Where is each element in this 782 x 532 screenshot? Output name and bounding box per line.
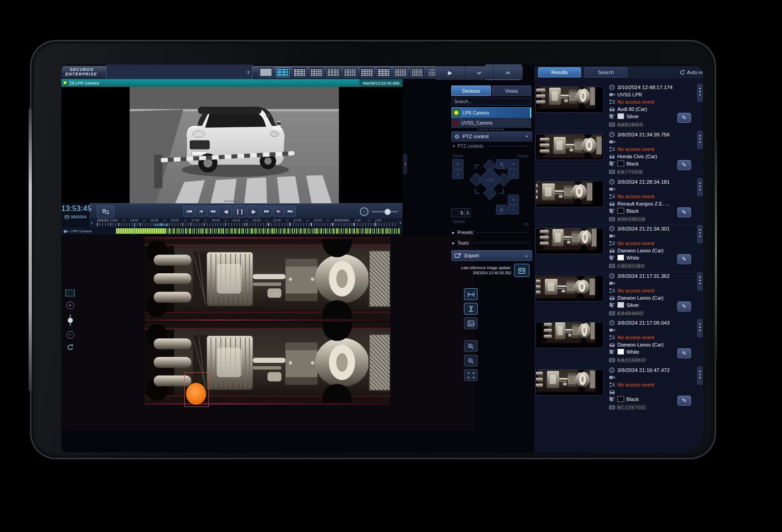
rewind-button[interactable]: ◀◀: [207, 206, 218, 216]
event-card[interactable]: 3/9/2024 21:28:34.181 No access event Re…: [535, 178, 703, 225]
play-backward-button[interactable]: ◀: [219, 206, 232, 217]
edit-plate-button[interactable]: ✎: [677, 348, 691, 358]
results-list[interactable]: 3/10/2024 12:48:17.174 UVSS LPR No acces…: [535, 78, 703, 452]
timeline-scroll-right[interactable]: ›: [399, 219, 401, 226]
ptz-up-left-button[interactable]: [475, 165, 479, 169]
layout-single-button[interactable]: [259, 67, 273, 77]
kebab-menu-icon[interactable]: [697, 225, 703, 243]
device-item-lpr-camera[interactable]: LPR Camera: [451, 107, 531, 118]
undercarriage-thumbnail[interactable]: [535, 86, 604, 113]
event-card[interactable]: 3/9/2024 21:21:34.301 No access event Da…: [535, 225, 703, 271]
speed-stepper[interactable]: [464, 209, 470, 217]
iris-auto-button[interactable]: A: [496, 205, 507, 215]
ptz-zoom-in-button[interactable]: +: [452, 159, 464, 169]
device-search-input[interactable]: [451, 98, 531, 105]
timeline-ruler[interactable]: [97, 223, 395, 226]
edit-plate-button[interactable]: ✎: [677, 254, 691, 264]
tab-devices[interactable]: Devices: [451, 85, 491, 96]
tours-section[interactable]: ▶ Tours:: [452, 241, 530, 246]
zoom-slider-knob[interactable]: [384, 209, 391, 215]
event-card[interactable]: 3/9/2024 21:16:47.472 No access event Bl…: [535, 366, 703, 413]
layout-4x3-button[interactable]: [309, 67, 323, 77]
kebab-menu-icon[interactable]: [697, 131, 703, 149]
prev-frame-button[interactable]: |◀: [195, 206, 206, 216]
reference-image-button[interactable]: [464, 317, 478, 329]
expand-button[interactable]: ∧: [494, 66, 522, 79]
pause-button[interactable]: ❙❙: [233, 206, 246, 217]
event-card[interactable]: 3/9/2024 21:34:39.756 No access event Ho…: [535, 130, 703, 177]
edit-plate-button[interactable]: ✎: [677, 207, 691, 217]
layout-2x2-button[interactable]: [276, 67, 290, 77]
zoom-level-slider[interactable]: [70, 314, 71, 326]
play-button[interactable]: ▶: [247, 206, 260, 217]
ptz-controls-subheader[interactable]: ▼ PTZ controls: [452, 144, 530, 149]
layout-3x4-button[interactable]: [326, 67, 340, 77]
focus-in-button[interactable]: +: [508, 159, 519, 169]
recording-activity-bars[interactable]: [116, 228, 400, 234]
ptz-down-right-button[interactable]: [499, 189, 504, 194]
focus-out-button[interactable]: −: [508, 169, 519, 179]
layout-3x3-button[interactable]: [293, 67, 307, 77]
kebab-menu-icon[interactable]: [697, 178, 703, 196]
difference-marker[interactable]: [184, 372, 209, 407]
tab-views[interactable]: Views: [492, 85, 531, 96]
ptz-speed-input[interactable]: 5: [451, 208, 470, 217]
edit-plate-button[interactable]: ✎: [677, 396, 691, 406]
undercarriage-thumbnail[interactable]: [535, 228, 604, 254]
next-frame-button[interactable]: ▶|: [273, 206, 284, 216]
zoom-in-button[interactable]: +: [66, 301, 74, 309]
ptz-stop-button[interactable]: STOP: [478, 167, 502, 192]
event-card[interactable]: 3/10/2024 12:48:17.174 UVSS LPR No acces…: [535, 84, 703, 130]
layout-mixed-button[interactable]: [394, 67, 408, 77]
undercarriage-thumbnail[interactable]: [535, 181, 604, 207]
fit-width-button[interactable]: [464, 288, 478, 300]
edit-plate-button[interactable]: ✎: [677, 160, 691, 170]
undercarriage-scan-reference[interactable]: [145, 322, 390, 402]
ptz-control-header[interactable]: PTZ control ▼: [451, 131, 532, 141]
auto-refresh-toggle[interactable]: Auto-refre: [680, 70, 703, 75]
magnify-out-button[interactable]: [464, 355, 478, 366]
ptz-zoom-out-button[interactable]: −: [452, 169, 464, 179]
region-select-icon[interactable]: [66, 290, 75, 296]
tab-search[interactable]: Search: [585, 67, 627, 77]
zoom-out-timeline-button[interactable]: −: [360, 207, 368, 216]
event-card[interactable]: 3/9/2024 21:17:31.362 No access event Da…: [535, 272, 703, 319]
update-reference-button[interactable]: [514, 264, 530, 277]
kebab-menu-icon[interactable]: [697, 366, 703, 385]
panel-splitter[interactable]: [478, 129, 505, 130]
undercarriage-thumbnail[interactable]: [535, 322, 604, 348]
magnify-in-button[interactable]: [464, 340, 478, 352]
device-item-uvss-camera[interactable]: UVSS_Camera: [451, 118, 531, 128]
zoom-out-button[interactable]: −: [66, 331, 74, 339]
fit-height-button[interactable]: [464, 303, 478, 315]
fullscreen-button[interactable]: [464, 369, 478, 381]
layout-mixed-button[interactable]: [360, 67, 374, 77]
uvss-viewer[interactable]: + −: [62, 236, 474, 431]
panel-collapse-handle[interactable]: ◂: [403, 154, 407, 175]
lpr-video-view[interactable]: [61, 87, 403, 203]
kebab-menu-icon[interactable]: [697, 272, 703, 291]
reset-view-button[interactable]: [67, 344, 74, 352]
undercarriage-thumbnail[interactable]: [535, 134, 604, 160]
layout-5x4-button[interactable]: [410, 67, 424, 77]
event-card[interactable]: 3/9/2024 21:17:09.043 No access event Da…: [535, 319, 703, 366]
timeline[interactable]: ‹ › 3/9/2024 13:0030 14:0030 15:0030 16:…: [90, 218, 403, 227]
iris-close-button[interactable]: −: [508, 205, 519, 215]
edit-plate-button[interactable]: ✎: [677, 113, 691, 123]
edit-plate-button[interactable]: ✎: [677, 301, 691, 311]
drag-handle[interactable]: [224, 201, 241, 202]
export-section-header[interactable]: Export ▲: [451, 250, 532, 261]
event-log-button[interactable]: [97, 206, 114, 218]
undercarriage-thumbnail[interactable]: [535, 369, 604, 396]
layout-mixed-button[interactable]: [377, 67, 391, 77]
jump-start-button[interactable]: |◀◀: [183, 206, 194, 216]
timeline-scroll-left[interactable]: ‹: [91, 219, 93, 226]
ptz-up-right-button[interactable]: [499, 165, 504, 169]
presets-section[interactable]: ▶ Presets:: [452, 230, 530, 235]
collapse-button[interactable]: ∨: [465, 66, 494, 79]
next-layout-button[interactable]: ▶: [436, 66, 465, 79]
timeline-cursor-line[interactable]: [134, 223, 135, 235]
iris-open-button[interactable]: +: [508, 195, 519, 205]
zoom-slider-track[interactable]: [372, 211, 398, 212]
tab-results[interactable]: Results: [538, 67, 581, 77]
